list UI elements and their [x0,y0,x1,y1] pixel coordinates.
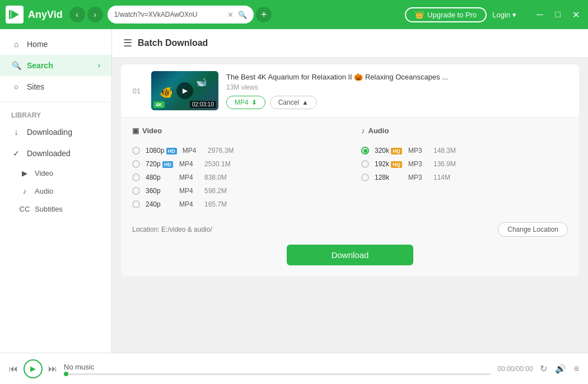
radio-720p[interactable] [132,160,140,168]
sidebar-subtitles-label: Subtitles [35,205,63,213]
search-icon: 🔍 [11,60,21,71]
prev-track-button[interactable]: ⏮ [9,364,18,374]
mp4-button[interactable]: MP4 ⬇ [226,96,265,109]
format-192k: MP3 [408,160,428,168]
video-col-icon: ▣ [132,127,139,135]
download-button[interactable]: Download [287,245,414,265]
quality-720p: 720p HD [146,160,174,168]
size-480p: 838.0M [204,174,227,181]
sidebar-item-video[interactable]: ▶ Video [0,164,111,182]
url-bar[interactable]: 1/watch?v=XVkADAwOXnU ✕ 🔍 [108,6,254,24]
forward-button[interactable]: › [87,7,103,22]
minimize-button[interactable]: ─ [533,8,547,21]
sidebar-downloading-label: Downloading [27,128,72,137]
cancel-chevron-icon: ▲ [302,99,309,106]
batch-title: Batch Download [138,38,208,48]
radio-480p[interactable] [132,174,140,181]
format-480p: MP4 [179,174,199,181]
sidebar-audio-label: Audio [35,187,53,195]
download-options: ▣ Video 1080p HD MP4 2976.3M [121,117,579,277]
hd-badge-1080p: HD [166,148,177,154]
sidebar-item-search[interactable]: 🔍 Search › [0,55,111,76]
audio-option-192k: 192k HQ MP3 136.9M [361,157,568,171]
sidebar-item-downloading[interactable]: ↓ Downloading [0,121,111,143]
next-track-button[interactable]: ⏭ [48,364,57,374]
radio-240p[interactable] [132,200,140,208]
library-section: Library [0,107,111,121]
size-360p: 598.2M [204,187,227,195]
audio-option-320k: 320k HQ MP3 148.3M [361,144,568,157]
video-list: 01 🐠 🐋 ▶ 4K 02:03:10 The Best 4K Aqua [112,58,588,353]
sites-icon: ○ [11,82,21,92]
maximize-button[interactable]: □ [551,8,564,21]
player-track-name: No music [64,363,491,371]
quality-128k: 128k [375,174,403,181]
radio-128k[interactable] [361,174,369,181]
format-320k: MP3 [408,147,428,154]
cancel-label: Cancel [278,99,299,106]
sidebar-downloaded-label: Downloaded [27,149,71,158]
quality-360p: 360p [146,187,174,195]
hq-badge-320k: HQ [391,148,402,154]
mp4-label: MP4 [235,99,249,106]
options-columns: ▣ Video 1080p HD MP4 2976.3M [132,127,568,211]
search-chevron-icon: › [98,62,100,69]
cancel-button[interactable]: Cancel ▲ [270,96,317,109]
radio-360p[interactable] [132,187,140,195]
thumb-play-icon[interactable]: ▶ [176,82,193,99]
play-pause-button[interactable]: ▶ [24,359,43,378]
batch-header: ☰ Batch Download [112,29,588,58]
sidebar-item-subtitles[interactable]: CC Subtitles [0,200,111,218]
back-button[interactable]: ‹ [69,7,85,22]
format-1080p: MP4 [183,147,202,154]
repeat-button[interactable]: ↻ [540,363,547,374]
video-option-360p: 360p MP4 598.2M [132,184,339,198]
size-720p: 2530.1M [204,160,231,168]
url-search-icon[interactable]: 🔍 [238,11,247,19]
upgrade-button[interactable]: 👑 Upgrade to Pro [405,7,487,22]
player-progress-dot [64,372,68,376]
downloading-icon: ↓ [11,127,21,137]
chevron-down-icon: ▾ [512,11,516,19]
change-location-button[interactable]: Change Location [498,222,568,237]
video-info: The Best 4K Aquarium for Relaxation II 🎃… [226,73,570,109]
radio-320k[interactable] [361,147,369,154]
video-thumbnail: 🐠 🐋 ▶ 4K 02:03:10 [151,71,218,110]
video-title: The Best 4K Aquarium for Relaxation II 🎃… [226,73,570,81]
app-name: AnyVid [28,9,63,21]
audio-options-column: ♪ Audio 320k HQ MP3 148.3M [361,127,568,211]
new-tab-button[interactable]: + [256,7,272,22]
sidebar-item-sites[interactable]: ○ Sites [0,76,111,97]
player-progress-bar[interactable] [64,373,491,375]
format-720p: MP4 [179,160,199,168]
video-icon: ▶ [20,168,29,177]
sidebar-search-label: Search [27,61,53,70]
upgrade-label: Upgrade to Pro [427,11,477,19]
svg-marker-0 [11,10,19,19]
quality-480p: 480p [146,174,174,181]
sidebar-item-downloaded[interactable]: ✓ Downloaded [0,143,111,164]
radio-1080p[interactable] [132,147,140,154]
sidebar-sites-label: Sites [27,82,44,91]
sidebar-item-audio[interactable]: ♪ Audio [0,182,111,200]
sidebar-item-home[interactable]: ⌂ Home [0,34,111,55]
audio-col-header: ♪ Audio [361,127,568,138]
playlist-button[interactable]: ≡ [574,364,579,374]
radio-192k[interactable] [361,160,369,168]
sidebar-video-label: Video [35,169,53,177]
downloaded-icon: ✓ [11,148,21,158]
hq-badge-192k: HQ [391,161,402,168]
login-button[interactable]: Login ▾ [492,11,516,19]
volume-button[interactable]: 🔊 [555,363,566,374]
url-close-icon[interactable]: ✕ [227,11,234,19]
video-options-column: ▣ Video 1080p HD MP4 2976.3M [132,127,339,211]
video-card: 01 🐠 🐋 ▶ 4K 02:03:10 The Best 4K Aqua [121,64,579,277]
size-192k: 136.9M [433,160,456,168]
hd-badge-720p: HD [162,161,173,168]
audio-col-label: Audio [368,127,389,135]
batch-icon: ☰ [123,37,132,49]
video-col-label: Video [142,127,162,135]
sidebar: ⌂ Home 🔍 Search › ○ Sites Library ↓ Down… [0,29,112,353]
content-area: ☰ Batch Download 01 🐠 🐋 ▶ 4K [112,29,588,353]
close-button[interactable]: ✕ [569,8,582,21]
